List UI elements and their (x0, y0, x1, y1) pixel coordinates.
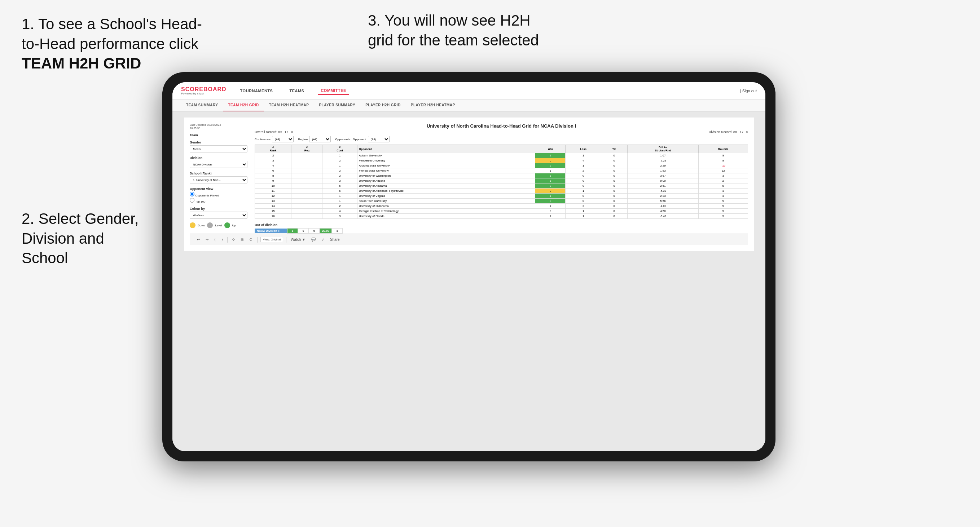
cell-opponent: University of Florida (358, 214, 535, 219)
annotation-1: 1. To see a School's Head- to-Head perfo… (22, 14, 202, 73)
cell-diff: 2.33 (627, 194, 698, 198)
cell-win: 1 (535, 168, 566, 173)
opponent-view-group: Opponent View Opponents Played Top 100 (190, 187, 247, 203)
team-label: Team (190, 133, 247, 137)
radio-opponents-played[interactable]: Opponents Played (190, 192, 247, 197)
table-header-row: #Rank #Reg #Conf Opponent Win Loss Tie D… (255, 145, 748, 153)
cell-reg (291, 163, 323, 168)
out-div-tie: 0 (309, 228, 320, 233)
out-of-division: Out of division NCAA Division II 1 0 0 2… (255, 223, 748, 233)
cell-rounds: 9 (698, 214, 748, 219)
crop-btn[interactable]: ⊹ (231, 237, 236, 242)
table-row: 16 3 University of Florida 1 1 0 -6.42 9 (255, 214, 748, 219)
col-loss: Loss (566, 145, 601, 153)
colour-by-select[interactable]: Win/loss (190, 211, 247, 219)
cell-reg (291, 153, 323, 158)
col-conf: #Conf (323, 145, 358, 153)
cell-rank: 4 (255, 163, 291, 168)
cell-conf: 6 (323, 189, 358, 194)
cell-conf: 1 (323, 194, 358, 198)
redo-btn[interactable]: ↪ (204, 237, 210, 242)
toolbar-sep3 (286, 237, 286, 243)
cell-win: 1 (535, 178, 566, 184)
cell-tie: 0 (601, 198, 627, 204)
comment-btn[interactable]: 💬 (310, 237, 317, 242)
cell-win: 1 (535, 194, 566, 198)
share-icon[interactable]: ⤢ (320, 237, 326, 242)
back-btn[interactable]: ⟨ (213, 237, 217, 242)
watch-btn[interactable]: Watch ▼ (289, 237, 307, 242)
sub-nav-team-summary[interactable]: TEAM SUMMARY (181, 100, 223, 111)
sub-nav-team-h2h-heatmap[interactable]: TEAM H2H HEATMAP (264, 100, 314, 111)
table-row: 13 1 Texas Tech University 3 0 0 5.56 9 (255, 198, 748, 204)
table-row: 4 1 Arizona State University 5 1 0 2.29 … (255, 163, 748, 168)
cell-rank: 8 (255, 173, 291, 178)
cell-conf: 1 (323, 153, 358, 158)
cell-rank: 9 (255, 178, 291, 184)
cell-rank: 11 (255, 189, 291, 194)
cell-rank: 15 (255, 209, 291, 214)
table-row: 6 2 Florida State University 1 2 0 1.83 … (255, 168, 748, 173)
gender-select[interactable]: Men's (190, 145, 247, 152)
cell-loss: 1 (566, 214, 601, 219)
cell-tie: 0 (601, 158, 627, 163)
cell-diff: 2.61 (627, 184, 698, 189)
legend-down: Down (198, 224, 205, 227)
cell-tie: 0 (601, 184, 627, 189)
cell-reg (291, 184, 323, 189)
cell-loss: 0 (566, 173, 601, 178)
sub-nav-team-h2h-grid[interactable]: TEAM H2H GRID (223, 100, 264, 111)
undo-btn[interactable]: ↩ (196, 237, 201, 242)
sign-out[interactable]: | Sign out (740, 89, 757, 93)
conference-filter[interactable]: (All) (272, 136, 294, 142)
cell-loss: 1 (566, 163, 601, 168)
school-select[interactable]: 1. University of Nort... (190, 176, 247, 184)
view-original-btn[interactable]: View: Original (261, 237, 283, 242)
table-row: 14 2 University of Oklahoma 1 2 0 -1.00 … (255, 204, 748, 209)
opponent-filter-label: Opponents: (335, 138, 351, 141)
nav-committee[interactable]: COMMITTEE (318, 87, 349, 95)
sub-nav: TEAM SUMMARY TEAM H2H GRID TEAM H2H HEAT… (172, 100, 765, 112)
cell-diff: 1.83 (627, 168, 698, 173)
cell-reg (291, 209, 323, 214)
forward-btn[interactable]: ⟩ (220, 237, 224, 242)
cell-diff: 2.29 (627, 163, 698, 168)
region-filter[interactable]: (All) (309, 136, 331, 142)
cell-diff: 5.56 (627, 198, 698, 204)
cell-opponent: University of Arkansas, Fayetteville (358, 189, 535, 194)
radio-top100[interactable]: Top 100 (190, 198, 247, 203)
cell-reg (291, 194, 323, 198)
clock-btn[interactable]: ⏱ (248, 237, 254, 242)
cell-rank: 16 (255, 214, 291, 219)
logo-sub: Powered by clippi (181, 92, 226, 95)
legend-up: Up (232, 224, 236, 227)
cell-opponent: Florida State University (358, 168, 535, 173)
nav-teams[interactable]: TEAMS (286, 87, 307, 94)
cell-rounds: 2 (698, 178, 748, 184)
cell-rank: 3 (255, 158, 291, 163)
division-select[interactable]: NCAA Division I (190, 161, 247, 168)
table-row: 15 4 Georgia Institute of Technology 0 1… (255, 209, 748, 214)
grid-title: University of North Carolina Head-to-Hea… (255, 123, 748, 129)
filter-group-opponent: Opponents: Opponent (All) (335, 136, 390, 142)
cell-diff: -2.29 (627, 158, 698, 163)
logo-main: SCOREBOARD (181, 87, 226, 92)
sub-nav-player-summary[interactable]: PLAYER SUMMARY (314, 100, 360, 111)
toolbar-sep2 (257, 237, 258, 243)
gender-label: Gender (190, 141, 247, 144)
grid-btn[interactable]: ⊞ (239, 237, 245, 242)
grid-area: University of North Carolina Head-to-Hea… (255, 123, 748, 233)
cell-diff: 1.67 (627, 153, 698, 158)
sub-nav-player-h2h-grid[interactable]: PLAYER H2H GRID (360, 100, 406, 111)
swatch-level (207, 222, 213, 228)
toolbar: ↩ ↪ ⟨ ⟩ ⊹ ⊞ ⏱ View: Original Watch ▼ 💬 ⤢… (190, 233, 748, 245)
opponent-filter[interactable]: (All) (368, 136, 390, 142)
share-btn[interactable]: Share (329, 237, 341, 242)
tablet-device: SCOREBOARD Powered by clippi TOURNAMENTS… (162, 72, 775, 461)
sub-nav-player-h2h-heatmap[interactable]: PLAYER H2H HEATMAP (406, 100, 460, 111)
nav-tournaments[interactable]: TOURNAMENTS (237, 87, 276, 94)
cell-diff: -4.33 (627, 189, 698, 194)
filter-row: Conference (All) Region (All) (255, 136, 748, 142)
grid-records: Overall Record: 89 - 17 - 0 Division Rec… (255, 130, 748, 134)
cell-reg (291, 198, 323, 204)
